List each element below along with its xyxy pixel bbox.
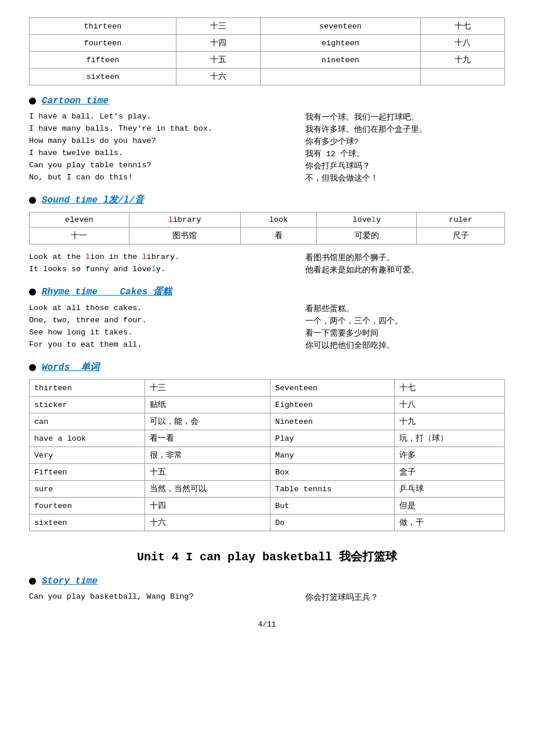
words-cell: 许多	[395, 447, 505, 464]
cartoon-bullet	[29, 98, 36, 105]
rhyme-line: One, two, three and four.一个，两个，三个，四个。	[29, 316, 505, 326]
sound-en: It looks so funny and lovely.	[29, 265, 291, 275]
cartoon-en: How many balls do you have?	[29, 136, 291, 147]
cartoon-en: Can you play table tennis?	[29, 161, 291, 171]
words-cell: 盒子	[395, 464, 505, 481]
sound-header-cell: look	[240, 213, 317, 228]
words-cell: fourteen	[30, 498, 145, 514]
cartoon-line: No, but I can do this!不，但我会做这个！	[29, 173, 505, 183]
words-cell: Very	[30, 447, 145, 464]
cartoon-line: I have twelve balls.我有 12 个球。	[29, 149, 505, 159]
rhyme-en: Look at all those cakes.	[29, 304, 291, 314]
words-cell: Nineteen	[270, 413, 395, 430]
words-header: Words 单词	[29, 361, 505, 373]
rhyme-content: Look at all those cakes.看那些蛋糕。One, two, …	[29, 304, 505, 351]
words-cell: Seventeen	[270, 380, 395, 397]
sound-time-header: Sound time l发/l/音	[29, 194, 505, 206]
story-bullet	[29, 578, 36, 585]
words-cell: 乒乓球	[395, 481, 505, 498]
unit4-title: Unit 4 I can play basketball 我会打篮球	[29, 549, 505, 564]
words-cell: 十七	[395, 380, 505, 397]
sound-data-cell: 图书馆	[129, 228, 240, 244]
words-cell: 玩，打（球）	[395, 430, 505, 447]
rhyme-time-header: Rhyme time Cakes 蛋糕	[29, 286, 505, 298]
rhyme-title: Rhyme time Cakes 蛋糕	[42, 286, 172, 298]
sound-line: It looks so funny and lovely.他看起来是如此的有趣和…	[29, 265, 505, 275]
rhyme-zh: 你可以把他们全部吃掉。	[305, 340, 505, 351]
cartoon-en: I have many balls. They're in that box.	[29, 124, 291, 135]
words-cell: Play	[270, 430, 395, 447]
numbers-cell: fourteen	[30, 35, 176, 52]
numbers-cell: fifteen	[30, 52, 176, 69]
numbers-cell: seventeen	[260, 18, 421, 35]
story-title: Story time	[42, 576, 98, 586]
words-cell: sixteen	[30, 514, 145, 531]
rhyme-line: See how long it takes.看一下需要多少时间	[29, 328, 505, 339]
numbers-cell: thirteen	[30, 18, 176, 35]
story-time-header: Story time	[29, 576, 505, 586]
rhyme-line: Look at all those cakes.看那些蛋糕。	[29, 304, 505, 314]
cartoon-content: I have a ball. Let's play.我有一个球。我们一起打球吧。…	[29, 112, 505, 183]
sound-data-cell: 可爱的	[317, 228, 417, 244]
cartoon-zh: 我有 12 个球。	[305, 149, 505, 159]
cartoon-en: No, but I can do this!	[29, 173, 291, 183]
words-cell: 十八	[395, 397, 505, 413]
words-cell: 贴纸	[145, 397, 270, 413]
story-zh: 你会打篮球吗王兵？	[305, 592, 505, 603]
words-cell: 但是	[395, 498, 505, 514]
rhyme-zh: 看一下需要多少时间	[305, 328, 505, 339]
sound-data-cell: 尺子	[417, 228, 505, 244]
words-bullet	[29, 364, 36, 371]
numbers-cell: eighteen	[260, 35, 421, 52]
words-cell: Do	[270, 514, 395, 531]
numbers-cell: 十四	[176, 35, 260, 52]
rhyme-line: For you to eat them all.你可以把他们全部吃掉。	[29, 340, 505, 351]
words-cell: 十四	[145, 498, 270, 514]
sound-zh: 看图书馆里的那个狮子。	[305, 253, 505, 263]
cartoon-title: Cartoon time	[42, 96, 109, 106]
words-cell: 很，非常	[145, 447, 270, 464]
words-title: Words 单词	[42, 361, 99, 373]
cartoon-zh: 我有许多球。他们在那个盒子里。	[305, 124, 505, 135]
sound-table: elevenlibrarylooklovelyruler 十一图书馆看可爱的尺子	[29, 212, 505, 244]
words-cell: Eighteen	[270, 397, 395, 413]
words-cell: Box	[270, 464, 395, 481]
rhyme-en: One, two, three and four.	[29, 316, 291, 326]
cartoon-zh: 不，但我会做这个！	[305, 173, 505, 183]
sound-en: Look at the lion in the library.	[29, 253, 291, 263]
cartoon-zh: 你会打乒乓球吗？	[305, 161, 505, 171]
numbers-cell: 十七	[421, 18, 505, 35]
numbers-cell: 十六	[176, 69, 260, 85]
numbers-cell: 十三	[176, 18, 260, 35]
numbers-cell	[260, 69, 421, 85]
sound-content: Look at the lion in the library.看图书馆里的那个…	[29, 253, 505, 275]
numbers-cell: nineteen	[260, 52, 421, 69]
rhyme-bullet	[29, 289, 36, 296]
cartoon-time-header: Cartoon time	[29, 96, 505, 106]
words-cell: But	[270, 498, 395, 514]
words-cell: sticker	[30, 397, 145, 413]
sound-header-cell: eleven	[30, 213, 129, 228]
words-cell: 十三	[145, 380, 270, 397]
rhyme-zh: 一个，两个，三个，四个。	[305, 316, 505, 326]
sound-zh: 他看起来是如此的有趣和可爱。	[305, 265, 505, 275]
words-cell: 十九	[395, 413, 505, 430]
story-content: Can you play basketball, Wang Bing?你会打篮球…	[29, 592, 505, 603]
numbers-table: thirteen十三seventeen十七fourteen十四eighteen十…	[29, 17, 505, 85]
words-cell: Fifteen	[30, 464, 145, 481]
sound-line: Look at the lion in the library.看图书馆里的那个…	[29, 253, 505, 263]
words-cell: 做，干	[395, 514, 505, 531]
page-number: 4/11	[29, 620, 505, 629]
words-table: thirteen十三Seventeen十七sticker贴纸Eighteen十八…	[29, 379, 505, 531]
words-cell: thirteen	[30, 380, 145, 397]
sound-data-cell: 看	[240, 228, 317, 244]
words-cell: sure	[30, 481, 145, 498]
sound-title: Sound time l发/l/音	[42, 194, 144, 206]
words-cell: 当然，当然可以	[145, 481, 270, 498]
sound-header-cell: ruler	[417, 213, 505, 228]
numbers-cell: 十九	[421, 52, 505, 69]
words-cell: 十六	[145, 514, 270, 531]
cartoon-zh: 我有一个球。我们一起打球吧。	[305, 112, 505, 123]
story-en: Can you play basketball, Wang Bing?	[29, 592, 291, 603]
cartoon-en: I have twelve balls.	[29, 149, 291, 159]
